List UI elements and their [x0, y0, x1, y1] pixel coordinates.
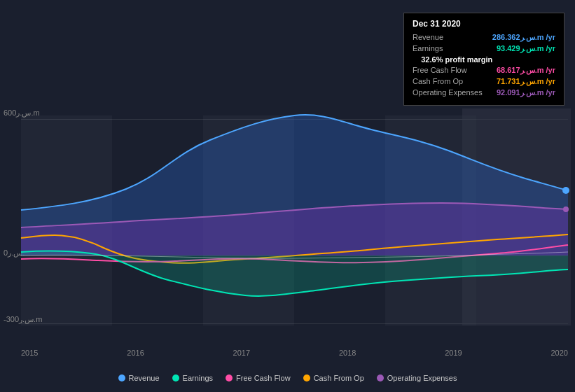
tooltip-row-earnings: Earnings 93.429س.ر.m /yr — [413, 44, 555, 53]
x-label-2018: 2018 — [339, 349, 356, 357]
x-label-2020: 2020 — [550, 349, 567, 357]
tooltip-value-cashfromop: 71.731س.ر.m /yr — [497, 77, 555, 86]
tooltip-label-revenue: Revenue — [413, 33, 443, 42]
x-label-2015: 2015 — [21, 349, 38, 357]
legend-label-revenue: Revenue — [129, 374, 160, 382]
tooltip-row-fcf: Free Cash Flow 68.617س.ر.m /yr — [413, 66, 555, 75]
tooltip-label-fcf: Free Cash Flow — [413, 66, 467, 75]
legend-item-revenue[interactable]: Revenue — [118, 374, 160, 382]
legend: Revenue Earnings Free Cash Flow Cash Fro… — [0, 370, 575, 386]
legend-label-earnings: Earnings — [183, 374, 213, 382]
tooltip-value-opex: 92.091س.ر.m /yr — [497, 88, 555, 97]
legend-item-earnings[interactable]: Earnings — [172, 374, 213, 382]
legend-dot-cashfromop — [303, 374, 310, 382]
x-label-2017: 2017 — [233, 349, 250, 357]
profit-margin-value: 32.6% profit margin — [421, 55, 492, 64]
legend-dot-earnings — [172, 374, 179, 382]
tooltip-profit-margin: 32.6% profit margin — [413, 55, 555, 64]
legend-label-opex: Operating Expenses — [387, 374, 457, 382]
tooltip-row-cashfromop: Cash From Op 71.731س.ر.m /yr — [413, 77, 555, 86]
tooltip-box: Dec 31 2020 Revenue 286.362س.ر.m /yr Ear… — [403, 13, 564, 106]
tooltip-value-revenue: 286.362س.ر.m /yr — [492, 33, 555, 42]
legend-item-opex[interactable]: Operating Expenses — [377, 374, 457, 382]
legend-dot-fcf — [226, 374, 233, 382]
x-axis: 2015 2016 2017 2018 2019 2020 — [21, 349, 568, 357]
legend-dot-opex — [377, 374, 384, 382]
tooltip-row-revenue: Revenue 286.362س.ر.m /yr — [413, 33, 555, 42]
tooltip-title: Dec 31 2020 — [413, 19, 555, 29]
legend-label-fcf: Free Cash Flow — [236, 374, 291, 382]
tooltip-label-earnings: Earnings — [413, 44, 443, 53]
tooltip-label-opex: Operating Expenses — [413, 88, 483, 97]
legend-label-cashfromop: Cash From Op — [314, 374, 364, 382]
svg-point-4 — [562, 187, 569, 194]
legend-dot-revenue — [118, 374, 125, 382]
tooltip-value-earnings: 93.429س.ر.m /yr — [497, 44, 555, 53]
tooltip-row-opex: Operating Expenses 92.091س.ر.m /yr — [413, 88, 555, 97]
x-label-2016: 2016 — [127, 349, 144, 357]
chart-container: 600س.ر.m 0س.ر. -300س.ر.m 2015 — [0, 0, 575, 392]
tooltip-value-fcf: 68.617س.ر.m /yr — [497, 66, 555, 75]
svg-point-5 — [563, 206, 569, 212]
tooltip-label-cashfromop: Cash From Op — [413, 77, 463, 86]
legend-item-cashfromop[interactable]: Cash From Op — [303, 374, 364, 382]
x-label-2019: 2019 — [445, 349, 462, 357]
legend-item-fcf[interactable]: Free Cash Flow — [226, 374, 291, 382]
